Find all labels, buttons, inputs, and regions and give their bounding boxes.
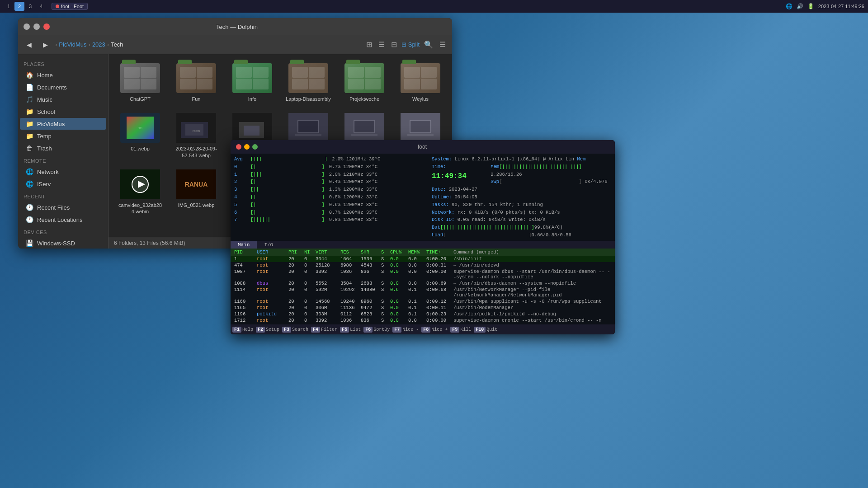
menu-button[interactable]: ☰ [438, 39, 448, 50]
sidebar-item-windows-ssd[interactable]: 💾 Windows-SSD [20, 237, 106, 249]
sys-bat: Bat[|||||||||||||||||||||||||||||||]99.8… [432, 224, 611, 231]
svg-rect-21 [407, 134, 434, 136]
file-img0521[interactable]: RANUA IMG_0521.webp [170, 166, 222, 219]
file-camvideo[interactable]: camvideo_932ab284.webm [114, 166, 166, 219]
breadcrumb-2023[interactable]: 2023 [92, 41, 105, 48]
proc-row-1114[interactable]: 1114 root 20 0 592M 19292 14080 S 0.6 0.… [231, 286, 615, 298]
folder-projekt-thumb [344, 63, 384, 93]
split-button[interactable]: ⊟ Split [401, 41, 420, 48]
file-laptop2-thumb [344, 113, 384, 143]
f6-label: SortBy [373, 327, 390, 332]
sidebar-item-recent-locations[interactable]: 🕐 Recent Locations [20, 214, 106, 225]
f9-num: F9 [450, 327, 459, 333]
minimize-button[interactable] [24, 23, 30, 30]
sidebar-item-trash[interactable]: 🗑 Trash [20, 142, 106, 154]
recent-locations-icon: 🕐 [25, 216, 33, 223]
breadcrumb-tech[interactable]: Tech [111, 41, 123, 48]
temp-icon: 📁 [25, 132, 33, 140]
windows-ssd-icon: 💾 [25, 239, 33, 247]
htop-footer: F1Help F2Setup F3Search F4Filter F5List … [231, 324, 615, 334]
sys-system: System: Linux 6.2.11-artix1-1 [x86_64] @… [432, 155, 611, 163]
sidebar-music-label: Music [37, 96, 52, 103]
header-user: USER [257, 249, 288, 255]
proc-row-1712[interactable]: 1712 root 20 0 3392 1036 836 S 0.0 0.0 0… [231, 317, 615, 324]
f5-num: F5 [340, 327, 349, 333]
breadcrumb-picvidmus[interactable]: PicVidMus [59, 41, 86, 48]
header-cpu: CPU% [390, 249, 408, 255]
htop-cpu-info: Avg [||| ] 2.0% 1201MHz 39°C 0 [| ] 0.7%… [234, 155, 414, 239]
workspace-3[interactable]: 3 [25, 2, 35, 11]
forward-button[interactable]: ▶ [39, 38, 52, 51]
devices-section-label: Devices [18, 226, 108, 237]
tab-main[interactable]: Main [231, 241, 257, 249]
tab-io[interactable]: I/O [257, 241, 280, 249]
school-icon: 📁 [25, 108, 33, 115]
icon-view-button[interactable]: ⊞ [364, 39, 374, 50]
cpu-7-row: 7 [|||||| ] 9.8% 1200MHz 33°C [234, 216, 414, 224]
workspace-4[interactable]: 4 [36, 2, 46, 11]
dolphin-titlebar: Tech — Dolphin [18, 18, 452, 35]
term-body: Avg [||| ] 2.0% 1201MHz 39°C 0 [| ] 0.7%… [231, 154, 615, 334]
file-01-webp[interactable]: 3D 01.webp [114, 109, 166, 162]
sidebar-item-school[interactable]: 📁 School [20, 106, 106, 117]
proc-row-1196[interactable]: 1196 polkitd 20 0 303M 0112 6528 S 0.0 0… [231, 311, 615, 317]
f10-label: Quit [486, 327, 497, 332]
sidebar-item-picvidmus[interactable]: 📁 PicVidMus [20, 118, 106, 130]
folder-projektwoche[interactable]: Projektwoche [338, 60, 391, 106]
workspace-2[interactable]: 2 [14, 2, 24, 11]
back-button[interactable]: ◀ [23, 38, 35, 51]
folder-info[interactable]: Info [226, 60, 278, 106]
f9-label: Kill [460, 327, 471, 332]
proc-row-1165[interactable]: 1165 root 20 0 306M 11136 9472 S 0.0 0.1… [231, 305, 615, 311]
taskbar-right: 🌐 🔊 🔋 2023-04-27 11:49:26 [786, 3, 864, 10]
header-shr: SHR [361, 249, 381, 255]
folder-weylus[interactable]: Weylus [394, 60, 447, 106]
f3-label: Search [292, 327, 308, 332]
proc-row-1087[interactable]: 1087 root 20 0 3392 1036 836 S 0.0 0.0 0… [231, 268, 615, 280]
maximize-button[interactable] [33, 23, 40, 30]
sidebar-picvidmus-label: PicVidMus [37, 121, 65, 127]
proc-row-1160[interactable]: 1160 root 20 0 14568 10240 8960 S 0.0 0.… [231, 298, 615, 305]
sidebar-item-recent-files[interactable]: 🕐 Recent Files [20, 202, 106, 213]
close-button[interactable] [43, 23, 50, 30]
app-badge-foot[interactable]: foot - Foot [52, 3, 88, 10]
folder-info-label: Info [248, 96, 256, 102]
sidebar-item-music[interactable]: 🎵 Music [20, 94, 106, 105]
sys-network: Network: rx: 0 KiB/s (0/0 pkts/s) tx: 0 … [432, 209, 611, 216]
f3-num: F3 [282, 327, 291, 333]
header-res: RES [340, 249, 361, 255]
folder-fun-label: Fun [192, 96, 201, 102]
workspace-1[interactable]: 1 [4, 2, 14, 11]
term-close-button[interactable] [236, 144, 241, 150]
file-laptop1-thumb [288, 113, 328, 143]
svg-rect-9 [244, 126, 259, 136]
sidebar-item-temp[interactable]: 📁 Temp [20, 130, 106, 142]
sidebar-item-iserv[interactable]: 🌐 IServ [20, 178, 106, 190]
proc-row-1[interactable]: 1 root 20 0 3044 1664 1536 S 0.0 0.0 0:0… [231, 256, 615, 262]
file-01-thumb: 3D [120, 113, 160, 143]
sidebar-network-label: Network [37, 169, 59, 175]
file-20230228-1[interactable]: room 2023-02-28-20-09-52-543.webp [170, 109, 222, 162]
compact-view-button[interactable]: ⊟ [389, 39, 399, 50]
sidebar-home-label: Home [37, 72, 53, 79]
header-pid: PID [234, 249, 257, 255]
term-max-button[interactable] [252, 144, 258, 150]
sidebar-item-documents[interactable]: 📄 Documents [20, 81, 106, 93]
sidebar-item-network[interactable]: 🌐 Network [20, 166, 106, 178]
term-controls [236, 144, 258, 150]
proc-row-474[interactable]: 474 root 20 0 25128 6980 4548 S 0.0 0.0 … [231, 262, 615, 268]
search-button[interactable]: 🔍 [422, 39, 435, 50]
folder-fun[interactable]: Fun [170, 60, 222, 106]
cpu-avg-row: Avg [||| ] 2.0% 1201MHz 39°C [234, 155, 414, 163]
folder-chatgpt[interactable]: ChatGPT [114, 60, 166, 106]
f10-num: F10 [474, 327, 486, 333]
sidebar-item-home[interactable]: 🏠 Home [20, 69, 106, 81]
term-min-button[interactable] [244, 144, 250, 150]
folder-laptop-disassembly[interactable]: Laptop-Disassembly [282, 60, 335, 106]
f7-label: Nice - [402, 327, 419, 332]
swp-bar: Swp[ ] 0K/4.076 [491, 178, 611, 186]
terminal-window: foot Avg [||| ] 2.0% 1201MHz 39°C 0 [| [231, 140, 615, 334]
list-view-button[interactable]: ☰ [377, 39, 387, 50]
proc-row-1088[interactable]: 1088 dbus 20 0 5552 3584 2688 S 0.0 0.0 … [231, 280, 615, 286]
audio-tray-icon: 🔊 [797, 3, 804, 10]
